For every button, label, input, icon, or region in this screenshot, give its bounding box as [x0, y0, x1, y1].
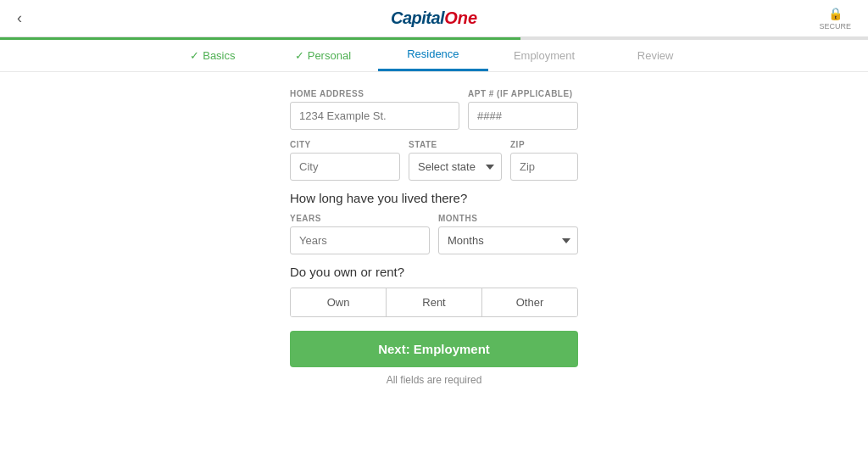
years-months-row: YEARS MONTHS Months 0123 4567 891011 — [290, 214, 578, 254]
nav-steps: ✓ Basics ✓ Personal Residence Employment… — [158, 37, 710, 71]
months-label: MONTHS — [438, 214, 578, 223]
next-employment-button[interactable]: Next: Employment — [290, 331, 578, 367]
header: ‹ CapitalOne 🔒 SECURE — [0, 0, 868, 37]
logo-one-text: One — [444, 8, 477, 28]
nav-step-residence[interactable]: Residence — [378, 42, 488, 71]
employment-label: Employment — [514, 49, 575, 62]
progress-bar-track — [0, 37, 868, 40]
back-button[interactable]: ‹ — [17, 9, 22, 27]
zip-group: ZIP — [510, 140, 578, 181]
own-button[interactable]: Own — [291, 288, 387, 316]
zip-label: ZIP — [510, 140, 578, 149]
city-state-zip-row: CITY STATE Select state CANYTXFL ZIP — [290, 140, 578, 181]
progress-nav: ✓ Basics ✓ Personal Residence Employment… — [0, 37, 868, 72]
years-label: YEARS — [290, 214, 430, 223]
review-label: Review — [637, 49, 674, 62]
logo: CapitalOne — [391, 8, 477, 28]
rent-button[interactable]: Rent — [387, 288, 482, 316]
basics-label: Basics — [203, 49, 235, 62]
home-address-label: HOME ADDRESS — [290, 89, 459, 98]
home-address-group: HOME ADDRESS — [290, 89, 459, 130]
form-container: HOME ADDRESS APT # (if applicable) CITY … — [290, 89, 578, 386]
apt-group: APT # (if applicable) — [468, 89, 578, 130]
city-label: CITY — [290, 140, 400, 149]
lived-question: How long have you lived there? — [290, 191, 578, 205]
required-note: All fields are required — [290, 374, 578, 386]
logo-capital-text: Capital — [391, 8, 444, 28]
city-input[interactable] — [290, 153, 400, 181]
years-input[interactable] — [290, 226, 430, 254]
own-rent-question: Do you own or rent? — [290, 265, 578, 279]
lock-icon: 🔒 — [828, 7, 843, 20]
other-button[interactable]: Other — [482, 288, 577, 316]
main-content: HOME ADDRESS APT # (if applicable) CITY … — [0, 72, 868, 455]
nav-step-basics[interactable]: ✓ Basics — [158, 42, 268, 71]
residence-label: Residence — [407, 47, 459, 60]
state-group: STATE Select state CANYTXFL — [409, 140, 502, 181]
secure-label: SECURE — [819, 22, 851, 31]
apt-input[interactable] — [468, 102, 578, 130]
years-group: YEARS — [290, 214, 430, 254]
nav-step-review[interactable]: Review — [600, 42, 710, 71]
personal-check: ✓ — [295, 49, 304, 62]
basics-check: ✓ — [190, 49, 199, 62]
city-group: CITY — [290, 140, 400, 181]
apt-label: APT # (if applicable) — [468, 89, 578, 98]
home-address-input[interactable] — [290, 102, 459, 130]
address-row: HOME ADDRESS APT # (if applicable) — [290, 89, 578, 130]
state-label: STATE — [409, 140, 502, 149]
secure-badge: 🔒 SECURE — [819, 7, 851, 31]
progress-bar-fill — [0, 37, 520, 40]
ownership-buttons: Own Rent Other — [290, 288, 578, 317]
state-select[interactable]: Select state CANYTXFL — [409, 153, 502, 181]
months-select[interactable]: Months 0123 4567 891011 — [438, 226, 578, 254]
personal-label: Personal — [308, 49, 351, 62]
months-group: MONTHS Months 0123 4567 891011 — [438, 214, 578, 254]
nav-step-employment[interactable]: Employment — [488, 42, 600, 71]
zip-input[interactable] — [510, 153, 578, 181]
nav-step-personal[interactable]: ✓ Personal — [268, 42, 378, 71]
